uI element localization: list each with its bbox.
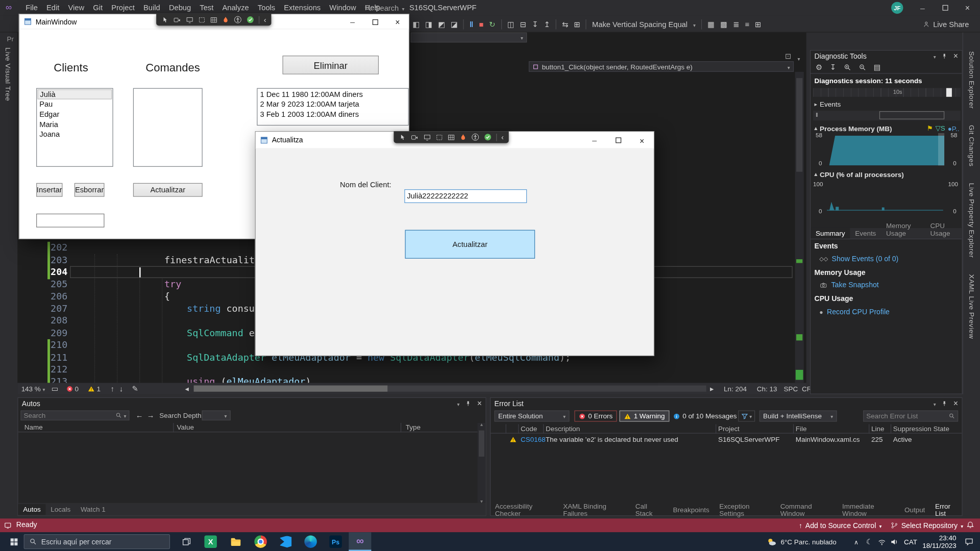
tab-breakpoints[interactable]: Breakpoints [668,505,715,515]
clients-listbox[interactable]: Julià Pau Edgar Maria Joana [36,88,113,167]
select-repository-button[interactable]: Select Repository [891,518,963,532]
error-indicator[interactable]: 0 [66,385,79,392]
collapse-toolbar-icon[interactable] [501,133,504,141]
private-bytes-legend-icon[interactable]: ●P.. [948,124,960,132]
minimize-button[interactable] [911,0,934,16]
tab-immediate-window[interactable]: Immediate Window [837,500,899,519]
stack-horizontal-icon[interactable]: ⊞ [574,20,580,28]
close-icon[interactable] [477,398,482,408]
app-running-check-icon[interactable] [484,133,492,141]
horizontal-scrollbar[interactable] [194,386,706,392]
nom-client-textbox[interactable] [404,189,527,203]
esborrar-button[interactable]: Esborrar [75,183,105,197]
mainwindow-textbox[interactable] [36,214,104,228]
taskbar-vscode-button[interactable] [276,532,295,551]
pause-debug-icon[interactable]: ‖ [470,20,473,28]
show-adorners-icon[interactable] [198,16,206,23]
tab-watch1[interactable]: Watch 1 [76,504,111,515]
tab-memory-usage[interactable]: Memory Usage [881,220,925,239]
window-position-chevron-icon[interactable] [934,52,936,60]
feedback-monitor-icon[interactable] [4,521,12,529]
cpu-section-header[interactable]: ▴CPU (% of all processors) [815,170,904,178]
hscroll-left-icon[interactable]: ◂ [185,385,188,392]
tab-output[interactable]: Output [899,505,930,515]
tab-call-stack[interactable]: Call Stack [630,500,668,519]
error-list-header[interactable]: Error List [491,398,962,409]
taskbar-search-input[interactable]: Escriu aquí per cercar [24,534,170,549]
column-code[interactable]: Code [521,425,537,433]
gear-icon[interactable]: ⚙ [816,63,822,71]
diagnostic-tools-header[interactable]: Diagnostic Tools [811,51,962,61]
eliminar-button[interactable]: Eliminar [282,56,379,74]
taskbar-explorer-button[interactable] [226,532,245,551]
editor-options-chevron-icon[interactable] [797,54,800,62]
close-icon[interactable] [953,398,958,408]
display-layout-icon[interactable] [186,16,194,23]
record-layout-icon[interactable] [173,16,181,23]
tab-command-window[interactable]: Command Window [775,500,837,519]
close-button[interactable] [630,132,654,148]
scroll-up-icon[interactable]: ▲ [479,422,483,427]
display-layout-icon[interactable] [423,133,431,141]
align-rights-icon[interactable]: ◨ [425,20,432,28]
column-project[interactable]: Project [718,425,740,433]
maximize-button[interactable] [606,132,630,148]
warning-indicator[interactable]: 1 [87,385,101,392]
add-to-source-control-button[interactable]: ↑ Add to Source Control [799,518,881,532]
accessibility-checker-icon[interactable] [471,133,479,141]
list-item[interactable]: Pau [37,99,112,110]
nav-down-icon[interactable]: ↓ [119,385,123,392]
step-out-icon[interactable]: ↥ [544,20,550,28]
scrollbar-thumb[interactable] [479,431,484,457]
restart-debug-icon[interactable]: ↻ [489,20,495,28]
taskbar-photoshop-button[interactable]: Ps [326,532,345,551]
error-code-link[interactable]: CS0168 [521,435,546,443]
hscroll-right-icon[interactable]: ▸ [710,385,714,392]
memory-section-header[interactable]: ▴Process Memory (MB) ⚑ ▽S ●P.. [815,124,960,133]
take-snapshot-link[interactable]: Take Snapshot [819,281,878,289]
search-next-icon[interactable]: → [147,412,155,419]
close-button[interactable] [956,0,978,16]
column-suppression-state[interactable]: Suppression State [893,425,949,433]
export-icon[interactable]: ↧ [830,63,836,71]
list-item[interactable]: Maria [37,119,112,130]
swap-panes-icon[interactable]: ⇆ [562,20,568,28]
messages-filter-button[interactable]: 0 of 10 Messages [669,410,740,421]
tab-xaml-binding-failures[interactable]: XAML Binding Failures [558,500,630,519]
taskbar-excel-button[interactable]: X [201,532,220,551]
zoom-in-icon[interactable] [844,63,851,71]
orders-listbox[interactable]: 1 Dec 11 1980 12:00AM diners 2 Mar 9 202… [257,88,409,126]
list-item-selected[interactable]: Julià [37,89,112,99]
step-into-icon[interactable]: ↧ [532,20,538,28]
split-editor-icon[interactable]: ⊡ [785,53,791,60]
align-tops-icon[interactable]: ◩ [438,20,445,28]
account-avatar[interactable]: JF [891,2,903,14]
app-running-check-icon[interactable] [246,16,254,24]
tab-live-property-explorer[interactable]: Live Property Explorer [968,183,975,258]
memory-chart[interactable] [826,133,945,166]
list-item[interactable]: Edgar [37,109,112,119]
timeline-ruler[interactable]: 10s [813,88,961,97]
error-row[interactable]: CS0168 The variable 'e2' is declared but… [491,434,962,445]
document-outline-icon[interactable]: ▭ [52,385,59,392]
tab-git-changes[interactable]: Git Changes [968,125,975,167]
snapshot-flag-icon[interactable]: ⚑ [926,124,933,133]
filter-button[interactable] [738,410,755,421]
taskbar-edge-button[interactable] [301,532,320,551]
chart-icon[interactable]: ▤ [874,63,881,71]
step-over-icon[interactable]: ⊟ [520,20,526,28]
taskbar-chrome-button[interactable] [251,532,270,551]
search-depth-dropdown[interactable] [202,410,231,420]
stop-debug-icon[interactable]: ■ [479,20,483,28]
collapsed-properties-tab[interactable]: Pr [7,35,13,43]
build-intellisense-dropdown[interactable]: Build + IntelliSense [760,410,837,421]
list-options-icon[interactable]: ≣ [733,20,739,28]
tab-error-list[interactable]: Error List [930,500,965,519]
window-position-chevron-icon[interactable] [457,399,460,407]
column-value[interactable]: Value [177,423,194,431]
speaker-icon[interactable] [889,532,900,551]
search-prev-icon[interactable]: ← [136,412,143,419]
error-list-search-input[interactable]: Search Error List [863,410,958,421]
scrollbar-thumb[interactable] [796,78,802,172]
show-adorners-icon[interactable] [435,133,443,141]
